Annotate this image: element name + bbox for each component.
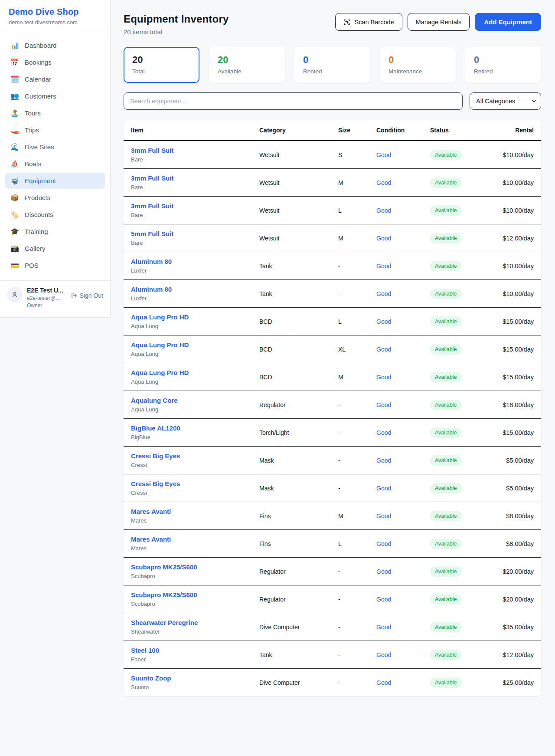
item-brand: Aqua Lung bbox=[131, 323, 259, 329]
scan-barcode-button[interactable]: Scan Barcode bbox=[335, 13, 402, 31]
size-cell: - bbox=[338, 596, 376, 603]
condition-link[interactable]: Good bbox=[376, 318, 430, 325]
sidebar-item-gallery[interactable]: 📸 Gallery bbox=[5, 240, 105, 256]
page-title-block: Equipment Inventory 20 items total bbox=[124, 13, 229, 36]
status-badge: Available bbox=[430, 261, 462, 271]
item-name-link[interactable]: Aluminum 80 bbox=[131, 286, 259, 293]
condition-link[interactable]: Good bbox=[376, 401, 430, 408]
add-equipment-button[interactable]: Add Equipment bbox=[475, 13, 541, 31]
condition-link[interactable]: Good bbox=[376, 540, 430, 547]
item-cell: Scubapro MK25/S600 Scubapro bbox=[131, 591, 259, 607]
item-name-link[interactable]: Aluminum 80 bbox=[131, 258, 259, 265]
column-header-item: Item bbox=[131, 127, 259, 134]
sidebar-item-boats[interactable]: ⛵ Boats bbox=[5, 156, 105, 172]
condition-link[interactable]: Good bbox=[376, 179, 430, 186]
sidebar-item-products[interactable]: 📦 Products bbox=[5, 190, 105, 206]
condition-link[interactable]: Good bbox=[376, 651, 430, 658]
item-brand: Luxfer bbox=[131, 267, 259, 274]
condition-link[interactable]: Good bbox=[376, 374, 430, 381]
column-header-size: Size bbox=[338, 127, 376, 134]
column-header-status: Status bbox=[430, 127, 491, 134]
avatar bbox=[7, 287, 23, 302]
condition-link[interactable]: Good bbox=[376, 235, 430, 242]
sidebar-item-tours[interactable]: 🏝️ Tours bbox=[5, 105, 105, 121]
gallery-icon: 📸 bbox=[10, 244, 19, 253]
stat-card-retired[interactable]: 0 Retired bbox=[465, 47, 541, 83]
size-cell: - bbox=[338, 290, 376, 297]
condition-link[interactable]: Good bbox=[376, 207, 430, 214]
item-name-link[interactable]: Scubapro MK25/S600 bbox=[131, 591, 259, 598]
condition-link[interactable]: Good bbox=[376, 290, 430, 297]
item-name-link[interactable]: Aqua Lung Pro HD bbox=[131, 313, 259, 321]
item-brand: Luxfer bbox=[131, 295, 259, 302]
stat-card-total[interactable]: 20 Total bbox=[124, 47, 199, 83]
condition-link[interactable]: Good bbox=[376, 485, 430, 492]
sidebar-item-pos[interactable]: 💳 POS bbox=[5, 257, 105, 273]
stat-label: Available bbox=[218, 68, 276, 75]
item-name-link[interactable]: Mares Avanti bbox=[131, 508, 259, 515]
sidebar-item-dive-sites[interactable]: 🌊 Dive Sites bbox=[5, 139, 105, 155]
item-name-link[interactable]: Cressi Big Eyes bbox=[131, 452, 259, 460]
item-cell: Aqua Lung Pro HD Aqua Lung bbox=[131, 369, 259, 385]
category-cell: BCD bbox=[259, 318, 338, 325]
item-name-link[interactable]: Mares Avanti bbox=[131, 536, 259, 543]
condition-link[interactable]: Good bbox=[376, 263, 430, 270]
brand-name[interactable]: Demo Dive Shop bbox=[9, 7, 101, 17]
rental-cell: $25.00/day bbox=[491, 679, 534, 686]
condition-link[interactable]: Good bbox=[376, 346, 430, 353]
stat-card-maintenance[interactable]: 0 Maintenance bbox=[380, 47, 456, 83]
item-name-link[interactable]: 5mm Full Suit bbox=[131, 230, 259, 237]
category-select[interactable]: All Categories bbox=[470, 92, 541, 110]
item-name-link[interactable]: Suunto Zoop bbox=[131, 674, 259, 682]
condition-link[interactable]: Good bbox=[376, 596, 430, 603]
item-name-link[interactable]: 3mm Full Suit bbox=[131, 174, 259, 182]
sidebar-item-training[interactable]: 🎓 Training bbox=[5, 224, 105, 240]
item-name-link[interactable]: Steel 100 bbox=[131, 647, 259, 654]
stat-card-available[interactable]: 20 Available bbox=[209, 47, 285, 83]
condition-link[interactable]: Good bbox=[376, 429, 430, 436]
item-brand: Bare bbox=[131, 184, 259, 191]
condition-link[interactable]: Good bbox=[376, 513, 430, 519]
size-cell: - bbox=[338, 624, 376, 631]
sidebar-item-trips[interactable]: 🚤 Trips bbox=[5, 122, 105, 138]
item-name-link[interactable]: Scubapro MK25/S600 bbox=[131, 563, 259, 571]
category-cell: Tank bbox=[259, 263, 338, 270]
search-input[interactable] bbox=[124, 92, 463, 110]
category-cell: Fins bbox=[259, 540, 338, 547]
item-name-link[interactable]: Cressi Big Eyes bbox=[131, 480, 259, 487]
item-name-link[interactable]: Shearwater Peregrine bbox=[131, 619, 259, 626]
item-name-link[interactable]: Aqua Lung Pro HD bbox=[131, 369, 259, 376]
item-name-link[interactable]: 3mm Full Suit bbox=[131, 147, 259, 154]
sidebar-item-bookings[interactable]: 📅 Bookings bbox=[5, 54, 105, 70]
condition-link[interactable]: Good bbox=[376, 457, 430, 464]
page-header: Equipment Inventory 20 items total Scan … bbox=[124, 13, 541, 36]
sidebar-item-dashboard[interactable]: 📊 Dashboard bbox=[5, 37, 105, 53]
sidebar-item-calendar[interactable]: 🗓️ Calendar bbox=[5, 71, 105, 87]
item-name-link[interactable]: BigBlue AL1200 bbox=[131, 424, 259, 432]
condition-link[interactable]: Good bbox=[376, 568, 430, 575]
person-icon bbox=[11, 291, 19, 299]
item-brand: Mares bbox=[131, 517, 259, 524]
item-name-link[interactable]: Aqualung Core bbox=[131, 397, 259, 404]
rental-cell: $10.00/day bbox=[491, 263, 534, 270]
rental-cell: $8.00/day bbox=[491, 513, 534, 519]
sidebar-item-discounts[interactable]: 🏷️ Discounts bbox=[5, 207, 105, 223]
sidebar: Demo Dive Shop demo.test.divestreams.com… bbox=[0, 0, 111, 318]
dive-sites-icon: 🌊 bbox=[10, 143, 19, 151]
user-name: E2E Test U... bbox=[27, 287, 66, 294]
sidebar-item-equipment[interactable]: 🤿 Equipment bbox=[5, 173, 105, 189]
table-row: 3mm Full Suit Bare Wetsuit M Good Availa… bbox=[124, 169, 541, 197]
item-brand: Mares bbox=[131, 545, 259, 552]
condition-link[interactable]: Good bbox=[376, 151, 430, 158]
condition-link[interactable]: Good bbox=[376, 624, 430, 631]
status-badge: Available bbox=[430, 622, 462, 632]
status-badge: Available bbox=[430, 677, 462, 688]
condition-link[interactable]: Good bbox=[376, 679, 430, 686]
manage-rentals-button[interactable]: Manage Rentals bbox=[408, 13, 470, 31]
item-cell: 3mm Full Suit Bare bbox=[131, 147, 259, 163]
sidebar-item-customers[interactable]: 👥 Customers bbox=[5, 88, 105, 104]
stat-card-rented[interactable]: 0 Rented bbox=[294, 47, 370, 83]
item-name-link[interactable]: Aqua Lung Pro HD bbox=[131, 341, 259, 348]
item-name-link[interactable]: 3mm Full Suit bbox=[131, 202, 259, 210]
sign-out-button[interactable]: Sign Out bbox=[70, 292, 103, 299]
